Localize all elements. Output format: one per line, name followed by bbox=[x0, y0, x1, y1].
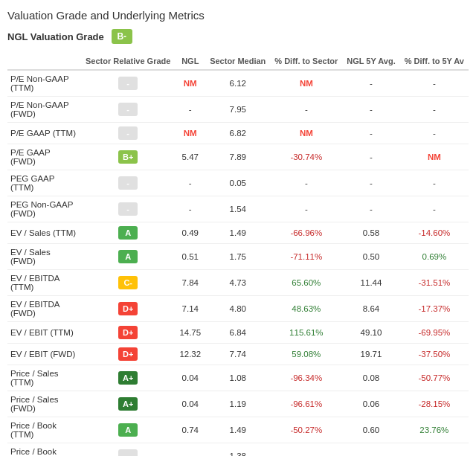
table-row: EV / EBITDA (TTM)C-7.844.7365.60%11.44-3… bbox=[7, 270, 469, 296]
metric-name: PEG GAAP (TTM) bbox=[7, 170, 81, 196]
ngl-value: NM bbox=[175, 70, 205, 97]
ngl-5y-avg: 0.50 bbox=[342, 244, 399, 270]
sector-median: 1.54 bbox=[205, 196, 270, 222]
metric-name: EV / EBIT (TTM) bbox=[7, 322, 81, 344]
diff-sector: -50.27% bbox=[270, 417, 342, 443]
diff-5y: NM bbox=[400, 144, 469, 170]
sector-grade-cell: - bbox=[81, 443, 175, 457]
sector-grade-cell: - bbox=[81, 123, 175, 144]
sector-grade-badge: A bbox=[118, 226, 138, 240]
ngl-5y-avg: - bbox=[342, 70, 399, 97]
table-row: EV / Sales (FWD)A0.511.75-71.11%0.500.69… bbox=[7, 244, 469, 270]
sector-median: 1.19 bbox=[205, 391, 270, 417]
sector-grade-cell: - bbox=[81, 170, 175, 196]
diff-sector: - bbox=[270, 170, 342, 196]
sector-median: 1.08 bbox=[205, 365, 270, 391]
metric-name: Price / Book (FWD) bbox=[7, 443, 81, 457]
diff-sector: - bbox=[270, 196, 342, 222]
ngl-value: 5.47 bbox=[175, 144, 205, 170]
ngl-grade-badge: B- bbox=[112, 29, 132, 44]
ngl-5y-avg: 0.08 bbox=[342, 365, 399, 391]
ngl-value: - bbox=[175, 170, 205, 196]
table-row: Price / Book (TTM)A0.741.49-50.27%0.6023… bbox=[7, 417, 469, 443]
sector-median: 1.38 bbox=[205, 443, 270, 457]
table-row: Price / Sales (FWD)A+0.041.19-96.61%0.06… bbox=[7, 391, 469, 417]
sector-grade-cell: - bbox=[81, 196, 175, 222]
sector-median: 6.12 bbox=[205, 70, 270, 97]
metric-name: P/E Non-GAAP (TTM) bbox=[7, 70, 81, 97]
table-row: P/E GAAP (TTM)-NM6.82NM-- bbox=[7, 123, 469, 144]
ngl-5y-avg: 0.58 bbox=[342, 222, 399, 244]
sector-median: 0.05 bbox=[205, 170, 270, 196]
sector-median: 6.84 bbox=[205, 322, 270, 344]
ngl-value: 7.14 bbox=[175, 296, 205, 322]
ngl-value: 12.32 bbox=[175, 344, 205, 365]
diff-5y: - bbox=[400, 170, 469, 196]
diff-5y: -37.50% bbox=[400, 344, 469, 365]
diff-5y: 23.76% bbox=[400, 417, 469, 443]
sector-grade-badge: A+ bbox=[118, 371, 138, 385]
ngl-value: 0.51 bbox=[175, 244, 205, 270]
ngl-value: - bbox=[175, 196, 205, 222]
diff-5y: -17.37% bbox=[400, 296, 469, 322]
diff-5y: -50.77% bbox=[400, 365, 469, 391]
table-row: Price / Sales (TTM)A+0.041.08-96.34%0.08… bbox=[7, 365, 469, 391]
sector-grade-badge: - bbox=[118, 449, 138, 456]
sector-grade-badge: B+ bbox=[118, 150, 138, 164]
diff-5y: - bbox=[400, 196, 469, 222]
ngl-5y-avg: 0.60 bbox=[342, 417, 399, 443]
sector-grade-badge: - bbox=[118, 103, 138, 116]
diff-sector: - bbox=[270, 97, 342, 123]
table-row: P/E GAAP (FWD)B+5.477.89-30.74%-NM bbox=[7, 144, 469, 170]
metric-name: P/E GAAP (TTM) bbox=[7, 123, 81, 144]
ngl-value: - bbox=[175, 443, 205, 457]
col-sector-grade: Sector Relative Grade bbox=[81, 53, 175, 70]
sector-grade-cell: D+ bbox=[81, 296, 175, 322]
sector-median: 4.73 bbox=[205, 270, 270, 296]
sector-grade-cell: A bbox=[81, 244, 175, 270]
sector-grade-badge: - bbox=[118, 176, 138, 190]
diff-sector: - bbox=[270, 443, 342, 457]
ngl-value: - bbox=[175, 97, 205, 123]
sector-grade-badge: D+ bbox=[118, 347, 138, 361]
col-sector-median: Sector Median bbox=[205, 53, 270, 70]
sector-grade-cell: C- bbox=[81, 270, 175, 296]
ngl-5y-avg: - bbox=[342, 123, 399, 144]
diff-5y: -28.15% bbox=[400, 391, 469, 417]
sector-median: 1.49 bbox=[205, 417, 270, 443]
metric-name: EV / Sales (TTM) bbox=[7, 222, 81, 244]
sector-grade-badge: D+ bbox=[118, 326, 138, 339]
diff-sector: -71.11% bbox=[270, 244, 342, 270]
main-container: Valuation Grade and Underlying Metrics N… bbox=[0, 0, 476, 456]
metric-name: P/E Non-GAAP (FWD) bbox=[7, 97, 81, 123]
sector-grade-cell: A+ bbox=[81, 391, 175, 417]
metric-name: EV / EBITDA (FWD) bbox=[7, 296, 81, 322]
sector-median: 7.74 bbox=[205, 344, 270, 365]
sector-grade-cell: - bbox=[81, 97, 175, 123]
sector-grade-badge: - bbox=[118, 77, 138, 90]
ngl-5y-avg: - bbox=[342, 144, 399, 170]
sector-median: 1.49 bbox=[205, 222, 270, 244]
diff-5y: - bbox=[400, 97, 469, 123]
table-row: PEG GAAP (TTM)--0.05--- bbox=[7, 170, 469, 196]
sector-grade-cell: A bbox=[81, 417, 175, 443]
table-row: EV / EBIT (FWD)D+12.327.7459.08%19.71-37… bbox=[7, 344, 469, 365]
sector-grade-badge: A bbox=[118, 423, 138, 437]
diff-sector: NM bbox=[270, 123, 342, 144]
ngl-value: 0.49 bbox=[175, 222, 205, 244]
metrics-table: Sector Relative Grade NGL Sector Median … bbox=[7, 53, 469, 456]
sector-grade-cell: B+ bbox=[81, 144, 175, 170]
sector-median: 7.89 bbox=[205, 144, 270, 170]
diff-sector: 59.08% bbox=[270, 344, 342, 365]
sector-median: 1.75 bbox=[205, 244, 270, 270]
diff-sector: -96.61% bbox=[270, 391, 342, 417]
diff-sector: 115.61% bbox=[270, 322, 342, 344]
diff-sector: -30.74% bbox=[270, 144, 342, 170]
ngl-value: 14.75 bbox=[175, 322, 205, 344]
metric-name: EV / Sales (FWD) bbox=[7, 244, 81, 270]
ngl-5y-avg: - bbox=[342, 443, 399, 457]
diff-5y: - bbox=[400, 123, 469, 144]
diff-5y: - bbox=[400, 443, 469, 457]
ngl-value: 7.84 bbox=[175, 270, 205, 296]
sector-grade-badge: A bbox=[118, 250, 138, 263]
